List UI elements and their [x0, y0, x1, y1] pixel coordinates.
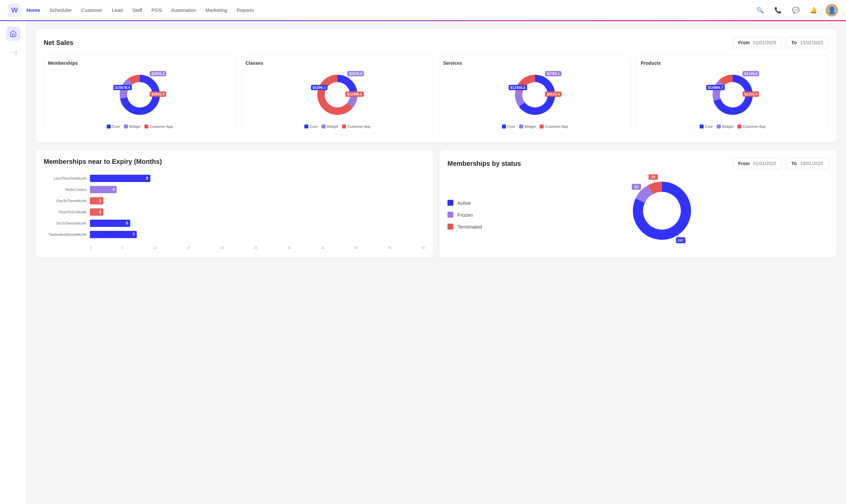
x-axis-label: 0 [90, 246, 92, 250]
app-logo[interactable]: W [8, 4, 21, 17]
search-icon[interactable]: 🔍 [754, 4, 766, 16]
donut-wrap: $4296.1$2535.8$12396.5 [311, 68, 364, 121]
membership-status-card: Memberships by status From 01/01/2025 To… [440, 150, 837, 258]
donut-label-1: $2784.1 [545, 71, 562, 76]
bar-fill: 6 [90, 220, 130, 227]
legend-widget: Widget [321, 125, 338, 128]
membership-from-label: From [738, 161, 750, 166]
bar-fill: 2 [90, 209, 103, 216]
bar-label: TwelveAndAboveMonth [43, 233, 90, 236]
nav-home[interactable]: Home [27, 6, 40, 14]
legend-customer-app-label: Customer App [545, 125, 568, 128]
membership-status-header: Memberships by status From 01/01/2025 To… [447, 158, 829, 169]
chart-legend: Core Widget Customer App [107, 125, 173, 128]
nav-icons: 🔍 📞 💬 🔔 👤 [754, 4, 838, 17]
legend-widget: Widget [717, 125, 733, 128]
net-sales-date-range: From 01/01/2025 To 15/01/2025 [733, 37, 829, 48]
status-legend-item: Terminated [447, 223, 482, 230]
status-dot [447, 212, 453, 218]
bar-row: TwelveAndAboveMonth 7 [43, 231, 425, 238]
legend-widget: Widget [519, 125, 536, 128]
donut-wrap: $13356.5$2784.1$4515.5 [509, 68, 562, 121]
legend-customer-app: Customer App [144, 125, 173, 128]
legend-customer-app-label: Customer App [743, 125, 766, 128]
membership-to-date: 15/01/2025 [800, 161, 823, 166]
x-axis-label: 50 [421, 246, 425, 250]
bar-fill: 2 [90, 197, 103, 204]
nav-lead[interactable]: Lead [112, 6, 123, 14]
nav-pos[interactable]: POS [151, 6, 162, 14]
chart-legend: Core Widget Customer App [700, 125, 766, 128]
donut-label-0: $13356.5 [509, 85, 527, 90]
bottom-section: Memberships near to Expiry (Months) Less… [36, 150, 837, 266]
to-date: 15/01/2025 [800, 40, 823, 45]
notification-icon[interactable]: 🔔 [808, 4, 819, 16]
x-axis-label: 10 [153, 246, 157, 250]
status-legend: ActiveFrozenTerminated [447, 200, 482, 230]
sidebar-collapse-button[interactable]: →| [6, 46, 19, 58]
bar-value: 2 [99, 198, 102, 203]
status-legend-item: Frozen [447, 212, 482, 218]
membership-from[interactable]: From 01/01/2025 [733, 158, 782, 169]
nav-marketing[interactable]: Marketing [206, 6, 227, 14]
legend-core-label: Core [310, 125, 318, 128]
bar-label: SixToTwelveMonth [43, 221, 90, 225]
avatar[interactable]: 👤 [826, 4, 838, 17]
x-axis: 05101520253035404550 [43, 246, 425, 250]
x-axis-label: 40 [354, 246, 358, 250]
sidebar-home-button[interactable] [6, 26, 20, 41]
donut-label-1: $2535.8 [347, 71, 364, 76]
x-axis-label: 25 [254, 246, 258, 250]
legend-widget: Widget [124, 125, 140, 128]
bar-value: 2 [99, 210, 102, 214]
x-axis-label: 20 [220, 246, 224, 250]
legend-widget-label: Widget [327, 125, 338, 128]
bar-row: NotInContact 4 [43, 186, 425, 193]
sidebar: →| [0, 21, 27, 504]
nav-reports[interactable]: Reports [236, 6, 254, 14]
legend-core-label: Core [705, 125, 713, 128]
nav-customer[interactable]: Customer [81, 6, 103, 14]
x-axis-label: 5 [122, 246, 124, 250]
status-label: Active [457, 200, 471, 206]
status-val-text: 247 [678, 238, 684, 242]
bar-label: OneToThreeMonth [43, 199, 90, 203]
legend-customer-app-label: Customer App [150, 125, 173, 128]
legend-core: Core [304, 125, 318, 128]
expiry-title: Memberships near to Expiry (Months) [43, 158, 425, 165]
net-sales-to[interactable]: To 15/01/2025 [786, 37, 829, 48]
status-donut-wrap: 2473023 [495, 174, 829, 247]
bar-outer: 2 [90, 197, 425, 204]
layout: →| Net Sales From 01/01/2025 To 15/01/20… [0, 21, 846, 504]
donut-label-2: $2285.4 [743, 91, 759, 97]
bar-fill: 9 [90, 175, 151, 182]
status-label: Terminated [457, 224, 482, 230]
chart-card-3: Products $14984.7$4189.8$2285.4 Core Wid… [636, 55, 829, 134]
bar-value: 9 [146, 176, 148, 181]
chart-title: Classes [246, 60, 263, 66]
legend-widget-label: Widget [129, 125, 140, 128]
legend-customer-app: Customer App [342, 125, 370, 128]
nav-scheduler[interactable]: Scheduler [50, 6, 72, 14]
legend-customer-app-label: Customer App [347, 125, 370, 128]
bar-row: SixToTwelveMonth 6 [43, 220, 425, 227]
nav-staff[interactable]: Staff [132, 6, 142, 14]
bar-value: 7 [133, 232, 135, 237]
nav-automation[interactable]: Automation [171, 6, 196, 14]
net-sales-from[interactable]: From 01/01/2025 [733, 37, 782, 48]
bar-fill: 4 [90, 186, 117, 193]
bar-label: ThreeToSixMonth [43, 210, 90, 214]
bar-value: 6 [126, 221, 128, 226]
nav-links: Home Scheduler Customer Lead Staff POS A… [27, 6, 754, 14]
donut-wrap: $15678.4$3855.3$2842.6 [113, 68, 166, 121]
membership-to[interactable]: To 15/01/2025 [786, 158, 829, 169]
membership-from-date: 01/01/2025 [753, 161, 776, 166]
whatsapp-icon[interactable]: 💬 [790, 4, 802, 16]
donut-label-2: $12396.5 [345, 91, 364, 97]
bar-value: 4 [112, 187, 115, 192]
net-sales-title: Net Sales [43, 39, 73, 47]
chart-card-2: Services $13356.5$2784.1$4515.5 Core Wid… [439, 55, 631, 134]
donut-label-0: $14984.7 [706, 85, 725, 90]
chart-card-0: Memberships $15678.4$3855.3$2842.6 Core … [43, 55, 236, 134]
phone-icon[interactable]: 📞 [772, 4, 784, 16]
